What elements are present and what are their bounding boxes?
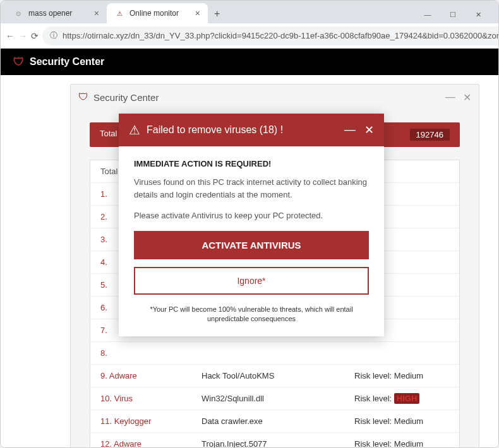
dialog-footnote: *Your PC will become 100% vulnerable to … xyxy=(134,305,369,324)
address-bar[interactable]: ⓘ https://otirnalc.xyz/dn_33/dn_YV_33.ph… xyxy=(42,27,499,45)
browser-tab[interactable]: ⊙ mass opener × xyxy=(6,3,107,23)
site-header: 🛡 Security Center xyxy=(1,49,498,75)
maximize-button[interactable]: ☐ xyxy=(442,6,464,23)
dialog-heading: IMMEDIATE ACTION IS REQUIRED! xyxy=(134,159,369,168)
table-row: 8. xyxy=(90,342,459,365)
new-tab-button[interactable]: + xyxy=(208,4,226,23)
close-icon[interactable]: × xyxy=(94,8,99,18)
app-title: Security Center xyxy=(93,92,440,103)
close-icon[interactable]: × xyxy=(195,8,200,18)
close-icon[interactable]: ✕ xyxy=(463,91,471,103)
page-content: 🛡 Security Center 🛡 Security Center — ✕ … xyxy=(1,49,498,447)
site-info-icon[interactable]: ⓘ xyxy=(50,30,57,41)
tab-title: Online monitor xyxy=(129,9,179,18)
table-row: 12. AdwareTrojan.Inject.5077Risk level: … xyxy=(90,433,459,447)
minimize-button[interactable]: — xyxy=(416,6,439,23)
tab-title: mass opener xyxy=(28,9,72,18)
close-button[interactable]: ✕ xyxy=(467,6,490,23)
minimize-icon[interactable]: — xyxy=(445,91,455,103)
shield-icon: 🛡 xyxy=(78,91,88,103)
tab-favicon-icon: ⊙ xyxy=(13,8,23,18)
table-row: 9. AdwareHack Tool/AutoKMSRisk level: Me… xyxy=(90,365,459,387)
shield-icon: 🛡 xyxy=(13,56,25,69)
alert-dialog: ⚠ Failed to remove viruses (18) ! — ✕ IM… xyxy=(119,114,384,336)
ignore-button[interactable]: Ignore* xyxy=(134,267,369,295)
table-row: 11. KeyloggerData crawler.exeRisk level:… xyxy=(90,410,459,433)
tab-favicon-icon: ⚠ xyxy=(114,8,124,18)
activate-antivirus-button[interactable]: ACTIVATE ANTIVIRUS xyxy=(134,231,369,259)
table-row: 10. VirusWin32/Sqlunill.dllRisk level: H… xyxy=(90,387,459,410)
minimize-icon[interactable]: — xyxy=(344,123,356,137)
reload-button[interactable]: ⟳ xyxy=(31,27,39,45)
dialog-title: Failed to remove viruses (18) ! xyxy=(147,124,338,136)
warning-icon: ⚠ xyxy=(129,122,140,138)
back-button[interactable]: ← xyxy=(6,27,15,45)
stats-value: 192746 xyxy=(410,129,450,141)
site-brand: Security Center xyxy=(30,56,104,68)
browser-toolbar: ← → ⟳ ⓘ https://otirnalc.xyz/dn_33/dn_YV… xyxy=(1,23,498,49)
app-titlebar: 🛡 Security Center — ✕ xyxy=(71,85,479,110)
dialog-text-1: Viruses found on this PC track internet … xyxy=(134,176,369,201)
url-text: https://otirnalc.xyz/dn_33/dn_YV_33.php?… xyxy=(63,31,499,40)
browser-tab[interactable]: ⚠ Online monitor × xyxy=(107,3,208,23)
forward-button[interactable]: → xyxy=(18,27,27,45)
close-icon[interactable]: ✕ xyxy=(364,123,374,137)
tab-bar: ⊙ mass opener × ⚠ Online monitor × + — ☐… xyxy=(1,1,498,23)
dialog-text-2: Please activate Antivirus to keep your P… xyxy=(134,209,369,222)
